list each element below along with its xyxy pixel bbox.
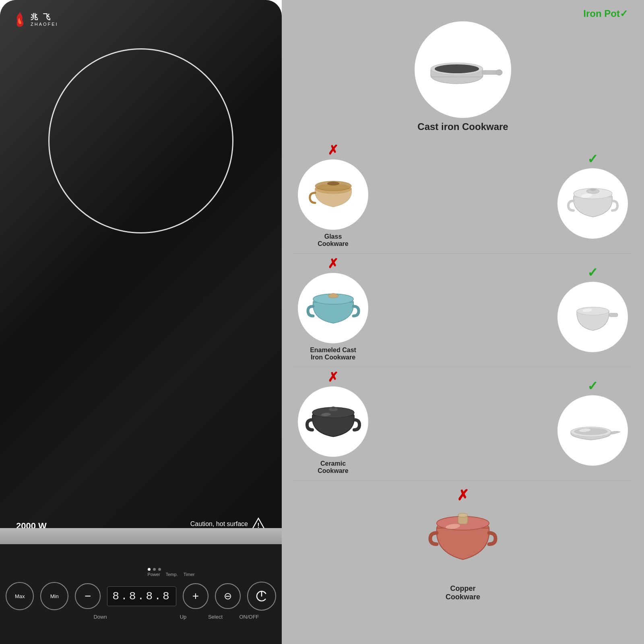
- svg-point-28: [331, 407, 336, 409]
- down-button[interactable]: −: [75, 583, 101, 609]
- glass-cookware-bad: ✗ GlassCookware: [298, 142, 368, 248]
- glass-name: GlassCookware: [318, 233, 348, 248]
- steel-pan-svg: [565, 409, 621, 453]
- max-button[interactable]: Max: [6, 582, 34, 610]
- ceramic-x-mark: ✗: [328, 369, 339, 385]
- svg-point-16: [590, 188, 596, 191]
- ceramic-cookware-good: ✓: [557, 378, 628, 466]
- ceramic-name: CeramicCookware: [318, 460, 348, 475]
- enamel-good-circle: [557, 282, 628, 352]
- glass-check-mark: ✓: [587, 151, 598, 167]
- enamel-check-mark: ✓: [587, 265, 598, 280]
- copper-cookware-section: ✗ CopperCook: [294, 487, 632, 601]
- enamel-name: Enameled CastIron Cookware: [310, 347, 356, 361]
- ceramic-circle: [298, 386, 368, 457]
- cast-iron-label: Cast iron Cookware: [417, 121, 508, 132]
- steel-pot-svg: [565, 182, 621, 226]
- enamel-circle: [298, 273, 368, 343]
- iron-pot-label: Iron Pot✓: [583, 8, 628, 19]
- divider-3: [294, 480, 632, 481]
- select-button[interactable]: ⊖: [215, 583, 241, 609]
- ceramic-pot-svg: [305, 400, 361, 444]
- timer-indicator-dot: [158, 568, 161, 571]
- cast-iron-pan-svg: [423, 50, 503, 90]
- glass-cookware-row: ✗ GlassCookware ✓: [294, 142, 632, 248]
- select-label: Select: [208, 614, 223, 620]
- glass-good-circle: [557, 168, 628, 239]
- cooktop-left-panel: 兆 飞 ZHAOFEI 2000 W Caution, hot surface …: [0, 0, 282, 644]
- svg-point-22: [577, 307, 609, 315]
- iron-pot-section: Iron Pot✓ Cast iron Cookware: [294, 8, 632, 138]
- copper-pot-scene-svg: [423, 504, 503, 576]
- svg-point-8: [496, 70, 502, 75]
- cast-iron-circle: [415, 21, 511, 118]
- copper-name: CopperCookware: [446, 584, 480, 601]
- timer-indicator-label: Timer: [184, 572, 195, 577]
- brand-chinese: 兆 飞: [31, 13, 58, 22]
- ceramic-check-mark: ✓: [587, 378, 598, 394]
- glass-x-mark: ✗: [328, 142, 339, 158]
- svg-point-21: [330, 293, 336, 295]
- ceramic-cookware-row: ✗ CeramicCookware: [294, 369, 632, 475]
- temp-indicator-dot: [153, 568, 156, 571]
- enamel-cookware-bad: ✗ Enameled CastIron Cookware: [298, 256, 368, 361]
- down-label: Down: [93, 614, 107, 620]
- power-indicator-dot: [148, 568, 151, 571]
- power-indicator-label: Power: [148, 572, 160, 577]
- up-button[interactable]: +: [183, 583, 208, 609]
- enamel-cookware-row: ✗ Enameled CastIron Cookware: [294, 256, 632, 361]
- btn-labels-row: Down Up Select ON/OFF: [8, 613, 274, 620]
- glass-circle: [298, 159, 368, 230]
- divider-2: [294, 367, 632, 367]
- buttons-row: Max Min − 8.8.8.8 + ⊖: [6, 582, 276, 611]
- glass-cookware-good: ✓: [557, 151, 628, 239]
- brand-text: 兆 飞 ZHAOFEI: [31, 13, 58, 27]
- power-icon: [255, 590, 268, 603]
- glass-pot-svg: [305, 175, 361, 215]
- min-button[interactable]: Min: [40, 582, 68, 610]
- copper-scene: [423, 504, 503, 584]
- brand-logo: 兆 飞 ZHAOFEI: [13, 11, 58, 28]
- display-segment: 8.8.8.8: [107, 586, 176, 606]
- onoff-label: ON/OFF: [239, 614, 259, 620]
- divider-1: [294, 253, 632, 254]
- svg-point-37: [458, 513, 468, 517]
- temp-indicator-label: Temp.: [166, 572, 178, 577]
- heating-ring: [48, 48, 233, 233]
- copper-x-mark: ✗: [457, 487, 469, 504]
- cooktop-body: 兆 飞 ZHAOFEI 2000 W Caution, hot surface …: [0, 0, 282, 644]
- control-panel: Power Temp. Timer Max Min − 8.8: [0, 544, 282, 644]
- svg-point-32: [574, 428, 608, 435]
- svg-point-12: [327, 182, 339, 186]
- onoff-button[interactable]: [247, 582, 276, 611]
- svg-rect-23: [609, 313, 618, 317]
- up-label: Up: [180, 614, 187, 620]
- saucepan-svg: [565, 295, 621, 339]
- ceramic-good-circle: [557, 395, 628, 466]
- flame-icon: [13, 11, 27, 28]
- ceramic-cookware-bad: ✗ CeramicCookware: [298, 369, 368, 475]
- svg-point-9: [435, 64, 479, 73]
- enamel-pot-svg: [305, 286, 361, 330]
- surface-bg: [0, 528, 282, 544]
- display-digits: 8.8.8.8: [112, 590, 171, 603]
- enamel-cookware-good: ✓: [557, 265, 628, 352]
- right-panel: Iron Pot✓ Cast iron Cookware ✗: [282, 0, 644, 644]
- enamel-x-mark: ✗: [328, 256, 339, 271]
- brand-english: ZHAOFEI: [31, 22, 58, 27]
